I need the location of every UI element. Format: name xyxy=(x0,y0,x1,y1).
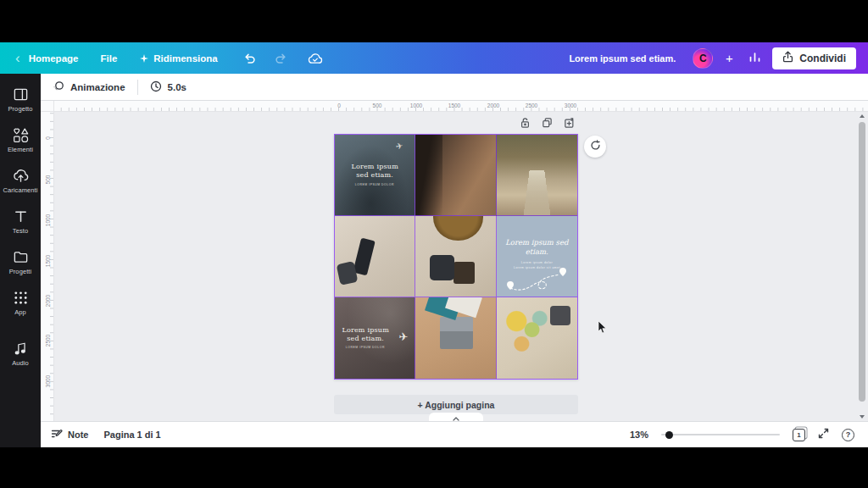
sidebar: Progetto Elementi xyxy=(0,74,41,447)
resize-label: Ridimensiona xyxy=(153,53,217,64)
page-count-button[interactable]: 1 xyxy=(793,429,805,441)
top-header: ‹ Homepage File Ridimensiona xyxy=(0,42,868,74)
text-overlay: Lorem ipsum sed etiam. LOREM IPSUM DOLOR xyxy=(335,135,415,215)
grid-cell-photo-woman-car[interactable] xyxy=(415,135,496,216)
statusbar-right: 13% 1 xyxy=(630,427,868,442)
sidebar-item-elements[interactable]: Elementi xyxy=(0,119,41,160)
ruler-corner xyxy=(41,101,54,112)
grid-cell-blue-text-card[interactable]: Lorem ipsum sed etiam. Lorem ipsum dolor… xyxy=(497,216,577,297)
sidebar-item-text[interactable]: Testo xyxy=(0,201,41,241)
sidebar-item-uploads[interactable]: Caricamenti xyxy=(0,160,41,201)
grid-cell-photo-world-map[interactable] xyxy=(497,297,577,379)
animation-button[interactable]: Animazione xyxy=(41,74,137,100)
add-page-label: + Aggiungi pagina xyxy=(418,400,495,410)
grid-cell-photo-dark-text[interactable]: ✈ Lorem ipsum sed etiam. LOREM IPSUM DOL… xyxy=(335,297,415,379)
cell-subtitle: LOREM IPSUM DOLOR xyxy=(355,183,394,186)
cell-title: Lorem ipsum sed etiam. xyxy=(338,326,392,342)
ruler-tick-label: 2000 xyxy=(45,295,51,307)
question-mark-icon: ? xyxy=(846,430,851,439)
resize-button[interactable]: Ridimensiona xyxy=(131,42,225,74)
add-member-button[interactable]: + xyxy=(721,51,737,65)
sidebar-item-audio[interactable]: Audio xyxy=(0,333,41,374)
rotate-icon xyxy=(590,139,601,154)
sidebar-label: App xyxy=(14,308,26,316)
insights-button[interactable] xyxy=(745,51,764,66)
zoom-slider-thumb[interactable] xyxy=(665,431,673,439)
ruler-tick-label: 500 xyxy=(373,103,382,108)
homepage-button[interactable]: Homepage xyxy=(20,42,87,74)
ruler-tick-label: 2500 xyxy=(45,335,51,347)
sidebar-label: Caricamenti xyxy=(3,186,37,194)
shapes-icon xyxy=(13,127,29,143)
canvas-area[interactable]: 0 500 1000 1500 2000 2500 3000 0 500 100… xyxy=(41,101,868,421)
share-label: Condividi xyxy=(799,53,846,64)
sidebar-item-design[interactable]: Progetto xyxy=(0,79,41,119)
zoom-slider[interactable] xyxy=(661,430,780,440)
apps-grid-icon xyxy=(13,290,29,306)
header-right-group: Lorem ipsum sed etiam. C + Condividi xyxy=(569,47,868,69)
scroll-down-arrow[interactable] xyxy=(857,413,867,421)
cloud-check-icon xyxy=(308,53,323,64)
share-button[interactable]: Condividi xyxy=(772,47,856,69)
grid-cell-photo-laptop-desk[interactable] xyxy=(415,297,496,379)
notes-icon xyxy=(51,429,63,441)
grid-cell-photo-airplane-text[interactable]: ✈ Lorem ipsum sed etiam. LOREM IPSUM DOL… xyxy=(335,135,415,216)
duration-value: 5.0s xyxy=(168,82,186,92)
redo-button[interactable] xyxy=(270,47,292,69)
canva-editor: ‹ Homepage File Ridimensiona xyxy=(0,0,868,488)
travel-route-doodle xyxy=(504,264,571,293)
grid-cell-photo-hat-camera[interactable] xyxy=(415,216,496,297)
upload-cloud-icon xyxy=(13,168,29,184)
undo-button[interactable] xyxy=(238,47,260,69)
ruler-tick-label: 3000 xyxy=(45,375,51,387)
file-menu-button[interactable]: File xyxy=(92,42,125,74)
sidebar-item-projects[interactable]: Progetti xyxy=(0,241,41,282)
scrollbar-thumb[interactable] xyxy=(859,122,865,402)
music-note-icon xyxy=(13,341,29,357)
duplicate-page-button[interactable] xyxy=(541,116,554,129)
notes-button[interactable]: Note xyxy=(51,429,88,441)
avatar-initial: C xyxy=(699,53,707,64)
chevron-up-icon xyxy=(453,409,459,421)
mouse-cursor xyxy=(598,321,607,337)
grid-cell-photo-map-phone[interactable] xyxy=(335,216,415,297)
add-page-icon-button[interactable] xyxy=(563,116,576,129)
notes-label: Note xyxy=(68,430,88,440)
ruler-tick-label: 1000 xyxy=(410,103,422,108)
grid-cell-photo-road[interactable] xyxy=(497,135,577,216)
design-page[interactable]: ✈ Lorem ipsum sed etiam. LOREM IPSUM DOL… xyxy=(334,134,578,380)
design-icon xyxy=(13,86,29,103)
ruler-tick-label: 3000 xyxy=(565,103,576,108)
page-actions xyxy=(519,116,576,129)
page-indicator[interactable]: Pagina 1 di 1 xyxy=(103,430,160,440)
cloud-save-status xyxy=(304,47,326,69)
ruler-tick-label: 2500 xyxy=(526,103,537,108)
context-toolbar: Animazione 5.0s xyxy=(41,74,868,101)
ruler-tick-label: 1500 xyxy=(45,255,51,267)
statusbar-left: Note Pagina 1 di 1 xyxy=(41,429,161,441)
text-overlay: Lorem ipsum sed etiam. LOREM IPSUM DOLOR xyxy=(335,297,415,379)
help-button[interactable]: ? xyxy=(842,429,854,441)
avatar[interactable]: C xyxy=(693,48,713,69)
rotate-page-button[interactable] xyxy=(584,136,606,158)
collapse-panel-tab[interactable] xyxy=(429,413,483,421)
back-button[interactable]: ‹ xyxy=(0,42,20,74)
sidebar-label: Audio xyxy=(12,359,29,367)
sparkle-icon xyxy=(139,53,149,64)
ruler-tick-label: 2000 xyxy=(487,103,499,108)
cell-subtitle: LOREM IPSUM DOLOR xyxy=(346,346,385,349)
duration-button[interactable]: 5.0s xyxy=(138,74,198,100)
ruler-tick-label: 0 xyxy=(45,136,51,140)
cell-title: Lorem ipsum sed etiam. xyxy=(503,238,570,258)
scroll-up-arrow[interactable] xyxy=(857,112,867,120)
editor-content: Animazione 5.0s 0 500 xyxy=(41,74,868,447)
ruler-tick-label: 0 xyxy=(337,103,341,108)
document-title[interactable]: Lorem ipsum sed etiam. xyxy=(569,53,676,64)
fullscreen-button[interactable] xyxy=(818,427,829,442)
sidebar-item-apps[interactable]: App xyxy=(0,282,41,323)
zoom-slider-track[interactable] xyxy=(661,434,780,435)
lock-button[interactable] xyxy=(519,116,531,129)
homepage-label: Homepage xyxy=(29,53,79,64)
zoom-percentage[interactable]: 13% xyxy=(630,430,648,440)
vertical-scrollbar[interactable] xyxy=(857,112,867,421)
